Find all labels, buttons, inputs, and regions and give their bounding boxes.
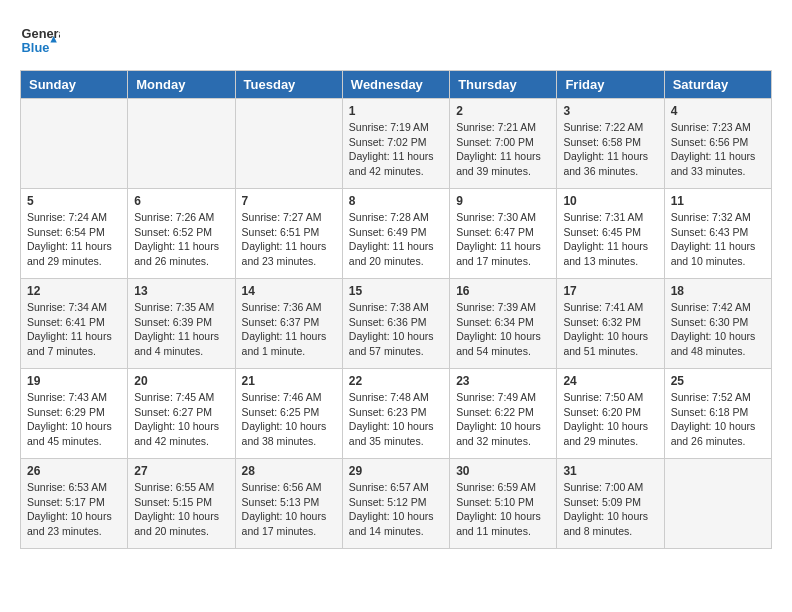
day-info: Sunrise: 7:26 AM Sunset: 6:52 PM Dayligh… (134, 210, 228, 269)
day-number: 19 (27, 374, 121, 388)
calendar-cell: 12Sunrise: 7:34 AM Sunset: 6:41 PM Dayli… (21, 279, 128, 369)
calendar-cell: 22Sunrise: 7:48 AM Sunset: 6:23 PM Dayli… (342, 369, 449, 459)
day-number: 28 (242, 464, 336, 478)
day-number: 4 (671, 104, 765, 118)
svg-text:Blue: Blue (22, 40, 50, 55)
calendar-cell: 4Sunrise: 7:23 AM Sunset: 6:56 PM Daylig… (664, 99, 771, 189)
calendar-cell: 1Sunrise: 7:19 AM Sunset: 7:02 PM Daylig… (342, 99, 449, 189)
day-info: Sunrise: 7:34 AM Sunset: 6:41 PM Dayligh… (27, 300, 121, 359)
day-number: 15 (349, 284, 443, 298)
calendar-cell: 21Sunrise: 7:46 AM Sunset: 6:25 PM Dayli… (235, 369, 342, 459)
calendar-cell: 16Sunrise: 7:39 AM Sunset: 6:34 PM Dayli… (450, 279, 557, 369)
day-number: 12 (27, 284, 121, 298)
day-info: Sunrise: 7:21 AM Sunset: 7:00 PM Dayligh… (456, 120, 550, 179)
calendar-week-5: 26Sunrise: 6:53 AM Sunset: 5:17 PM Dayli… (21, 459, 772, 549)
day-number: 24 (563, 374, 657, 388)
day-header-sunday: Sunday (21, 71, 128, 99)
calendar-cell: 19Sunrise: 7:43 AM Sunset: 6:29 PM Dayli… (21, 369, 128, 459)
day-info: Sunrise: 7:27 AM Sunset: 6:51 PM Dayligh… (242, 210, 336, 269)
day-info: Sunrise: 6:57 AM Sunset: 5:12 PM Dayligh… (349, 480, 443, 539)
calendar-cell: 30Sunrise: 6:59 AM Sunset: 5:10 PM Dayli… (450, 459, 557, 549)
calendar-cell: 28Sunrise: 6:56 AM Sunset: 5:13 PM Dayli… (235, 459, 342, 549)
calendar-week-2: 5Sunrise: 7:24 AM Sunset: 6:54 PM Daylig… (21, 189, 772, 279)
day-header-thursday: Thursday (450, 71, 557, 99)
day-info: Sunrise: 7:19 AM Sunset: 7:02 PM Dayligh… (349, 120, 443, 179)
day-number: 7 (242, 194, 336, 208)
day-info: Sunrise: 7:52 AM Sunset: 6:18 PM Dayligh… (671, 390, 765, 449)
calendar-cell: 5Sunrise: 7:24 AM Sunset: 6:54 PM Daylig… (21, 189, 128, 279)
day-info: Sunrise: 7:24 AM Sunset: 6:54 PM Dayligh… (27, 210, 121, 269)
day-info: Sunrise: 7:30 AM Sunset: 6:47 PM Dayligh… (456, 210, 550, 269)
day-number: 23 (456, 374, 550, 388)
calendar-cell: 7Sunrise: 7:27 AM Sunset: 6:51 PM Daylig… (235, 189, 342, 279)
day-info: Sunrise: 7:48 AM Sunset: 6:23 PM Dayligh… (349, 390, 443, 449)
calendar-cell: 26Sunrise: 6:53 AM Sunset: 5:17 PM Dayli… (21, 459, 128, 549)
day-number: 21 (242, 374, 336, 388)
day-number: 16 (456, 284, 550, 298)
calendar-cell: 31Sunrise: 7:00 AM Sunset: 5:09 PM Dayli… (557, 459, 664, 549)
day-number: 27 (134, 464, 228, 478)
day-info: Sunrise: 7:31 AM Sunset: 6:45 PM Dayligh… (563, 210, 657, 269)
day-info: Sunrise: 6:55 AM Sunset: 5:15 PM Dayligh… (134, 480, 228, 539)
day-number: 8 (349, 194, 443, 208)
calendar-week-1: 1Sunrise: 7:19 AM Sunset: 7:02 PM Daylig… (21, 99, 772, 189)
day-number: 2 (456, 104, 550, 118)
day-number: 31 (563, 464, 657, 478)
day-header-saturday: Saturday (664, 71, 771, 99)
day-number: 20 (134, 374, 228, 388)
day-info: Sunrise: 7:45 AM Sunset: 6:27 PM Dayligh… (134, 390, 228, 449)
calendar-cell: 8Sunrise: 7:28 AM Sunset: 6:49 PM Daylig… (342, 189, 449, 279)
day-info: Sunrise: 7:35 AM Sunset: 6:39 PM Dayligh… (134, 300, 228, 359)
calendar-cell: 24Sunrise: 7:50 AM Sunset: 6:20 PM Dayli… (557, 369, 664, 459)
calendar-week-3: 12Sunrise: 7:34 AM Sunset: 6:41 PM Dayli… (21, 279, 772, 369)
day-number: 25 (671, 374, 765, 388)
day-info: Sunrise: 6:56 AM Sunset: 5:13 PM Dayligh… (242, 480, 336, 539)
day-info: Sunrise: 7:39 AM Sunset: 6:34 PM Dayligh… (456, 300, 550, 359)
day-number: 18 (671, 284, 765, 298)
day-info: Sunrise: 7:32 AM Sunset: 6:43 PM Dayligh… (671, 210, 765, 269)
day-header-tuesday: Tuesday (235, 71, 342, 99)
calendar-cell: 9Sunrise: 7:30 AM Sunset: 6:47 PM Daylig… (450, 189, 557, 279)
calendar-cell: 15Sunrise: 7:38 AM Sunset: 6:36 PM Dayli… (342, 279, 449, 369)
calendar-cell: 14Sunrise: 7:36 AM Sunset: 6:37 PM Dayli… (235, 279, 342, 369)
page-header: General Blue (20, 20, 772, 60)
day-number: 6 (134, 194, 228, 208)
calendar-week-4: 19Sunrise: 7:43 AM Sunset: 6:29 PM Dayli… (21, 369, 772, 459)
calendar-cell (128, 99, 235, 189)
calendar-cell: 27Sunrise: 6:55 AM Sunset: 5:15 PM Dayli… (128, 459, 235, 549)
day-number: 11 (671, 194, 765, 208)
logo: General Blue (20, 20, 60, 60)
day-info: Sunrise: 6:53 AM Sunset: 5:17 PM Dayligh… (27, 480, 121, 539)
calendar-cell: 18Sunrise: 7:42 AM Sunset: 6:30 PM Dayli… (664, 279, 771, 369)
calendar-cell: 13Sunrise: 7:35 AM Sunset: 6:39 PM Dayli… (128, 279, 235, 369)
day-info: Sunrise: 7:22 AM Sunset: 6:58 PM Dayligh… (563, 120, 657, 179)
day-number: 9 (456, 194, 550, 208)
day-number: 17 (563, 284, 657, 298)
day-number: 22 (349, 374, 443, 388)
day-number: 14 (242, 284, 336, 298)
day-info: Sunrise: 7:38 AM Sunset: 6:36 PM Dayligh… (349, 300, 443, 359)
calendar-cell: 23Sunrise: 7:49 AM Sunset: 6:22 PM Dayli… (450, 369, 557, 459)
calendar-cell: 3Sunrise: 7:22 AM Sunset: 6:58 PM Daylig… (557, 99, 664, 189)
calendar-table: SundayMondayTuesdayWednesdayThursdayFrid… (20, 70, 772, 549)
calendar-cell: 20Sunrise: 7:45 AM Sunset: 6:27 PM Dayli… (128, 369, 235, 459)
calendar-cell: 25Sunrise: 7:52 AM Sunset: 6:18 PM Dayli… (664, 369, 771, 459)
day-header-wednesday: Wednesday (342, 71, 449, 99)
calendar-cell: 2Sunrise: 7:21 AM Sunset: 7:00 PM Daylig… (450, 99, 557, 189)
calendar-cell: 29Sunrise: 6:57 AM Sunset: 5:12 PM Dayli… (342, 459, 449, 549)
day-number: 13 (134, 284, 228, 298)
day-number: 26 (27, 464, 121, 478)
calendar-cell (21, 99, 128, 189)
calendar-header-row: SundayMondayTuesdayWednesdayThursdayFrid… (21, 71, 772, 99)
day-info: Sunrise: 7:49 AM Sunset: 6:22 PM Dayligh… (456, 390, 550, 449)
day-info: Sunrise: 7:46 AM Sunset: 6:25 PM Dayligh… (242, 390, 336, 449)
day-info: Sunrise: 7:28 AM Sunset: 6:49 PM Dayligh… (349, 210, 443, 269)
day-number: 10 (563, 194, 657, 208)
day-info: Sunrise: 7:23 AM Sunset: 6:56 PM Dayligh… (671, 120, 765, 179)
day-info: Sunrise: 7:00 AM Sunset: 5:09 PM Dayligh… (563, 480, 657, 539)
day-info: Sunrise: 7:36 AM Sunset: 6:37 PM Dayligh… (242, 300, 336, 359)
day-info: Sunrise: 7:50 AM Sunset: 6:20 PM Dayligh… (563, 390, 657, 449)
day-number: 5 (27, 194, 121, 208)
calendar-cell (664, 459, 771, 549)
day-header-monday: Monday (128, 71, 235, 99)
